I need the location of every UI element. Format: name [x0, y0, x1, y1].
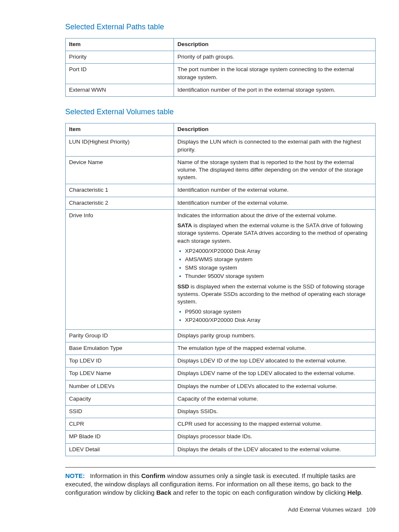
cell-desc: Identification number of the port in the… [174, 84, 376, 96]
footer-text: Add External Volumes wizard [288, 506, 362, 513]
cell-item: Characteristic 2 [66, 197, 174, 209]
cell-desc: Displays parity group numbers. [174, 329, 376, 342]
cell-item: Number of LDEVs [66, 380, 174, 393]
col-header-item: Item [66, 123, 174, 136]
table-header-row: Item Description [66, 123, 376, 136]
cell-desc: The port number in the local storage sys… [174, 64, 376, 84]
cell-desc: Capacity of the external volume. [174, 393, 376, 405]
cell-item: Parity Group ID [66, 329, 174, 342]
volumes-table: Item Description LUN ID(Highest Priority… [65, 123, 376, 456]
note-bold-back: Back [156, 489, 171, 496]
note-text: Information in this [90, 472, 141, 479]
page-footer: Add External Volumes wizard 109 [65, 506, 376, 513]
table-row: Base Emulation Type The emulation type o… [66, 342, 376, 355]
cell-desc: Displays SSIDs. [174, 406, 376, 418]
drive-info-ssd: SSD is displayed when the external volum… [177, 283, 372, 306]
list-item: P9500 storage system [178, 308, 372, 316]
drive-info-intro: Indicates the information about the driv… [177, 212, 372, 219]
cell-item: Top LDEV Name [66, 368, 174, 380]
table-row: External WWN Identification number of th… [66, 84, 376, 96]
table-row: MP Blade ID Displays processor blade IDs… [66, 431, 376, 443]
list-item: XP24000/XP20000 Disk Array [178, 316, 372, 324]
list-item: AMS/WMS storage system [178, 256, 372, 263]
table-row: LDEV Detail Displays the details of the … [66, 443, 376, 456]
table-row: Top LDEV ID Displays LDEV ID of the top … [66, 355, 376, 368]
note-label: NOTE: [65, 472, 85, 479]
table-row: CLPR CLPR used for accessing to the mapp… [66, 418, 376, 431]
cell-desc: The emulation type of the mapped externa… [174, 342, 376, 355]
table-row: Characteristic 2 Identification number o… [66, 197, 376, 209]
cell-item: Device Name [66, 156, 174, 184]
cell-item: SSID [66, 406, 174, 418]
cell-desc: Identification number of the external vo… [174, 184, 376, 197]
cell-item: Drive Info [66, 209, 174, 329]
cell-desc: Name of the storage system that is repor… [174, 156, 376, 184]
cell-item: Base Emulation Type [66, 342, 174, 355]
drive-info-sata: SATA is displayed when the external volu… [177, 222, 372, 245]
cell-desc: Identification number of the external vo… [174, 197, 376, 209]
table-row: Top LDEV Name Displays LDEV name of the … [66, 368, 376, 380]
table-row: Priority Priority of path groups. [66, 51, 376, 64]
note-text: and refer to the topic on each configura… [171, 489, 347, 496]
cell-desc: Displays the number of LDEVs allocated t… [174, 380, 376, 393]
cell-item: External WWN [66, 84, 174, 96]
sata-list: XP24000/XP20000 Disk Array AMS/WMS stora… [177, 247, 372, 280]
table-row: Capacity Capacity of the external volume… [66, 393, 376, 405]
cell-item: LUN ID(Highest Priority) [66, 136, 174, 156]
table-row: Number of LDEVs Displays the number of L… [66, 380, 376, 393]
table-header-row: Item Description [66, 39, 376, 51]
table-row: Characteristic 1 Identification number o… [66, 184, 376, 197]
table-row: SSID Displays SSIDs. [66, 406, 376, 418]
cell-desc: Displays processor blade IDs. [174, 431, 376, 443]
section-title-volumes: Selected External Volumes table [65, 108, 376, 116]
note-block: NOTE: Information in this Confirm window… [65, 467, 376, 497]
note-text: . [361, 489, 363, 496]
cell-item: Capacity [66, 393, 174, 405]
table-row: LUN ID(Highest Priority) Displays the LU… [66, 136, 376, 156]
list-item: XP24000/XP20000 Disk Array [178, 247, 372, 255]
cell-item: Characteristic 1 [66, 184, 174, 197]
cell-item: LDEV Detail [66, 443, 174, 456]
cell-item: Top LDEV ID [66, 355, 174, 368]
col-header-desc: Description [174, 123, 376, 136]
table-row: Parity Group ID Displays parity group nu… [66, 329, 376, 342]
table-row: Drive Info Indicates the information abo… [66, 209, 376, 329]
list-item: Thunder 9500V storage system [178, 272, 372, 280]
cell-desc: Indicates the information about the driv… [174, 209, 376, 329]
ssd-list: P9500 storage system XP24000/XP20000 Dis… [177, 308, 372, 324]
cell-desc: Displays the LUN which is connected to t… [174, 136, 376, 156]
list-item: SMS storage system [178, 264, 372, 272]
cell-item: MP Blade ID [66, 431, 174, 443]
cell-item: Port ID [66, 64, 174, 84]
section-title-paths: Selected External Paths table [65, 23, 376, 31]
col-header-desc: Description [174, 39, 376, 51]
cell-item: CLPR [66, 418, 174, 431]
table-row: Port ID The port number in the local sto… [66, 64, 376, 84]
cell-desc: Displays the details of the LDEV allocat… [174, 443, 376, 456]
note-bold-help: Help [348, 489, 361, 496]
cell-desc: Priority of path groups. [174, 51, 376, 64]
table-row: Device Name Name of the storage system t… [66, 156, 376, 184]
note-bold-confirm: Confirm [141, 472, 166, 479]
cell-desc: Displays LDEV name of the top LDEV alloc… [174, 368, 376, 380]
page-number: 109 [366, 506, 376, 513]
cell-desc: CLPR used for accessing to the mapped ex… [174, 418, 376, 431]
col-header-item: Item [66, 39, 174, 51]
cell-item: Priority [66, 51, 174, 64]
paths-table: Item Description Priority Priority of pa… [65, 38, 376, 97]
cell-desc: Displays LDEV ID of the top LDEV allocat… [174, 355, 376, 368]
